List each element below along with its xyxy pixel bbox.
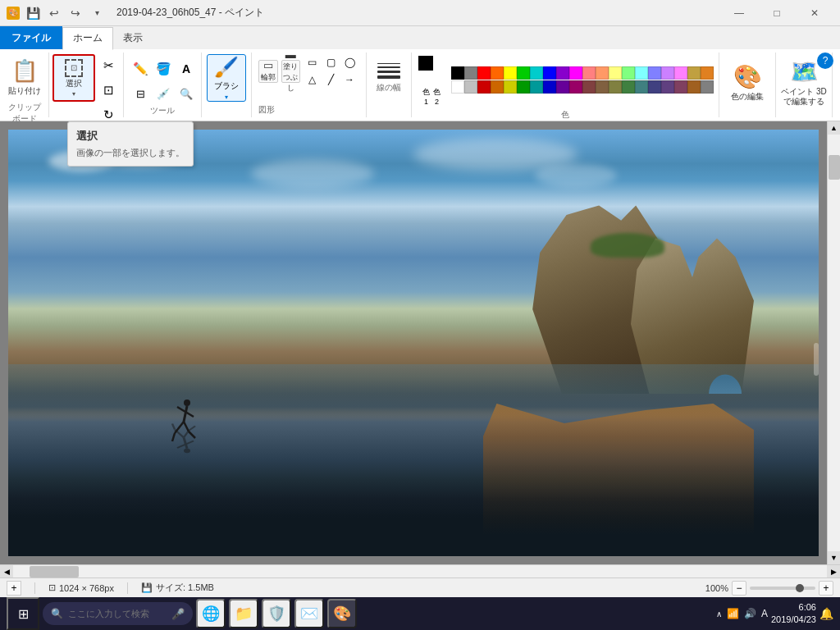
- clock[interactable]: 6:06 2019/04/23: [771, 601, 816, 627]
- color-swatch[interactable]: [504, 66, 517, 80]
- color-swatch[interactable]: [517, 66, 530, 80]
- color-swatch[interactable]: [464, 80, 477, 94]
- shape-ellipse[interactable]: ◯: [341, 54, 358, 71]
- color-swatch[interactable]: [661, 66, 674, 80]
- color-swatch[interactable]: [491, 80, 504, 94]
- tab-home[interactable]: ホーム: [62, 27, 113, 50]
- shape-line[interactable]: ╱: [322, 71, 339, 88]
- taskbar-edge[interactable]: 🌐: [196, 599, 226, 628]
- vscroll-track[interactable]: [828, 135, 840, 551]
- taskbar-search[interactable]: 🔍 🎤: [43, 602, 193, 625]
- close-button[interactable]: ✕: [796, 0, 833, 26]
- vscroll-up[interactable]: ▲: [828, 121, 841, 135]
- tab-file[interactable]: ファイル: [0, 26, 62, 49]
- select-button[interactable]: ⊡ 選択 ▾: [52, 54, 95, 102]
- color-swatch[interactable]: [477, 80, 491, 94]
- color-swatch[interactable]: [556, 66, 569, 80]
- color-swatch[interactable]: [530, 66, 543, 80]
- color-swatch[interactable]: [569, 80, 582, 94]
- vscroll-thumb[interactable]: [814, 343, 819, 376]
- color-swatch[interactable]: [622, 80, 635, 94]
- shape-triangle[interactable]: △: [304, 71, 320, 88]
- color-swatch[interactable]: [622, 66, 635, 80]
- color-swatch[interactable]: [596, 66, 609, 80]
- color-swatch[interactable]: [635, 66, 648, 80]
- vscroll-down[interactable]: ▼: [828, 551, 841, 564]
- text-button[interactable]: A: [175, 57, 198, 80]
- shape-rect[interactable]: ▭: [304, 54, 320, 71]
- color-swatch[interactable]: [596, 80, 609, 94]
- tray-volume[interactable]: 🔊: [744, 608, 756, 619]
- color-swatch[interactable]: [556, 80, 569, 94]
- color-swatch[interactable]: [569, 66, 582, 80]
- tab-view[interactable]: 表示: [113, 26, 153, 49]
- zoom-slider[interactable]: [750, 587, 815, 590]
- help-button[interactable]: ?: [817, 52, 833, 69]
- redo-quick-btn[interactable]: ↪: [66, 3, 85, 23]
- save-quick-btn[interactable]: 💾: [23, 3, 43, 23]
- undo-quick-btn[interactable]: ↩: [44, 3, 64, 23]
- color-swatch[interactable]: [609, 80, 622, 94]
- search-input[interactable]: [68, 609, 167, 619]
- notification-btn[interactable]: 🔔: [819, 607, 833, 620]
- pencil-button[interactable]: ✏️: [129, 57, 152, 80]
- hscroll-right[interactable]: ▶: [827, 565, 840, 578]
- color-swatch[interactable]: [687, 80, 701, 94]
- zoom-in-btn[interactable]: +: [819, 581, 833, 596]
- start-button[interactable]: ⊞: [7, 597, 39, 630]
- color-swatch[interactable]: [517, 80, 530, 94]
- canvas-image[interactable]: [8, 130, 819, 556]
- color-swatch[interactable]: [504, 80, 517, 94]
- vscroll-thumb-bar[interactable]: [829, 155, 840, 180]
- taskbar-explorer[interactable]: 📁: [229, 599, 258, 628]
- zoom-out-btn[interactable]: −: [732, 581, 746, 596]
- color1-swatch[interactable]: [417, 54, 435, 72]
- color-swatch[interactable]: [582, 80, 596, 94]
- outline-button[interactable]: ▭ 輪郭: [258, 60, 278, 83]
- color-swatch[interactable]: [661, 80, 674, 94]
- hscroll-left[interactable]: ◀: [0, 565, 13, 578]
- color-swatch[interactable]: [648, 66, 661, 80]
- color-swatch[interactable]: [451, 66, 464, 80]
- edit-color-button[interactable]: 🎨 色の編集: [724, 54, 770, 110]
- zoom-thumb[interactable]: [796, 584, 804, 592]
- hscroll-track[interactable]: [13, 565, 827, 578]
- taskbar-store[interactable]: 🛡️: [262, 599, 291, 628]
- taskbar-paint[interactable]: 🎨: [327, 599, 357, 628]
- shape-rounded-rect[interactable]: ▢: [322, 54, 339, 71]
- shape-arrow[interactable]: →: [341, 71, 358, 88]
- color-swatch[interactable]: [491, 66, 504, 80]
- color-swatch[interactable]: [464, 66, 477, 80]
- color-swatch[interactable]: [674, 66, 687, 80]
- tray-network[interactable]: 📶: [727, 608, 739, 619]
- fill-shapes-button[interactable]: ▬ 塗りつぶし: [281, 60, 301, 83]
- brush-button[interactable]: 🖌️ ブラシ ▾: [207, 54, 246, 102]
- crop-button[interactable]: ✂: [97, 54, 120, 77]
- hscroll-thumb-bar[interactable]: [30, 566, 79, 578]
- minimize-button[interactable]: —: [720, 0, 758, 26]
- color-swatch[interactable]: [582, 66, 596, 80]
- magnifier-button[interactable]: 🔍: [175, 82, 198, 105]
- taskbar-mail[interactable]: ✉️: [294, 599, 324, 628]
- color-swatch[interactable]: [701, 80, 714, 94]
- tray-arrow[interactable]: ∧: [716, 609, 722, 619]
- color-swatch[interactable]: [477, 66, 491, 80]
- tray-ime[interactable]: A: [761, 608, 768, 619]
- qa-dropdown-btn[interactable]: ▾: [87, 3, 107, 23]
- color-swatch[interactable]: [648, 80, 661, 94]
- color-swatch[interactable]: [451, 80, 464, 94]
- canvas-scroll-area[interactable]: [0, 121, 827, 564]
- paste-button[interactable]: 📋 貼り付け: [3, 52, 46, 102]
- color-swatch[interactable]: [543, 80, 556, 94]
- stroke-width-button[interactable]: 線の幅: [372, 54, 406, 102]
- eraser-button[interactable]: ⊟: [129, 82, 152, 105]
- resize-button[interactable]: ⊡: [97, 79, 120, 102]
- color-swatch[interactable]: [609, 66, 622, 80]
- color-swatch[interactable]: [543, 66, 556, 80]
- maximize-button[interactable]: □: [758, 0, 796, 26]
- color-swatch[interactable]: [635, 80, 648, 94]
- color-swatch[interactable]: [687, 66, 701, 80]
- color-swatch[interactable]: [701, 66, 714, 80]
- fill-button[interactable]: 🪣: [152, 57, 175, 80]
- eyedropper-button[interactable]: 💉: [152, 82, 175, 105]
